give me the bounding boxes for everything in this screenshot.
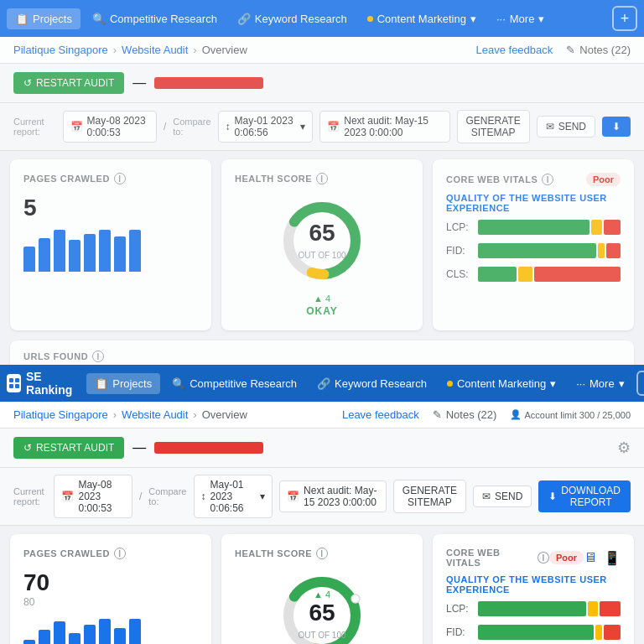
pages-info-main[interactable]: i: [114, 548, 126, 559]
donut-top: 65 OUT OF 100: [235, 195, 409, 287]
main-navbar: SE Ranking 📋 Projects 🔍 Competitive Rese…: [0, 365, 644, 402]
generate-sitemap-main[interactable]: GENERATE SITEMAP: [393, 480, 466, 513]
pages-crawled-card-main: PAGES CRAWLED i 70 80 0: [10, 534, 211, 644]
nav-competitive-main[interactable]: 🔍 Competitive Research: [164, 373, 305, 394]
svg-point-10: [351, 595, 360, 603]
nav-keyword-main[interactable]: 🔗 Keyword Research: [309, 373, 435, 394]
download-btn-main[interactable]: ⬇ DOWNLOAD REPORT: [538, 480, 631, 512]
lcp-row: LCP:: [446, 601, 621, 616]
nav-keyword[interactable]: 🔗 Keyword Research: [229, 8, 356, 29]
send-btn-main[interactable]: ✉ SEND: [473, 486, 532, 507]
bar-chart-main: [23, 615, 198, 644]
poor-badge-top: Poor: [586, 173, 621, 186]
compare-date-btn-top[interactable]: ↕ May-01 2023 0:06:56 ▾: [218, 111, 314, 143]
nav-projects-main[interactable]: 📋 Projects: [86, 373, 160, 394]
notes-top[interactable]: ✎ Notes (22): [566, 44, 631, 56]
fid-row: FID:: [446, 625, 621, 640]
brand-icon: [7, 374, 21, 392]
bar-chart-top: [23, 221, 198, 272]
vitals-chart-main: LCP: FID: CLS:: [446, 601, 621, 644]
nav-competitive[interactable]: 🔍 Competitive Research: [84, 8, 226, 29]
current-date-btn-main[interactable]: 📅 May-08 2023 0:00:53: [54, 475, 132, 518]
vitals-chart-top: LCP: FID: CLS:: [446, 220, 621, 282]
svg-rect-5: [9, 384, 13, 388]
compare-date-btn-main[interactable]: ↕ May-01 2023 0:06:56 ▾: [194, 475, 273, 518]
top-navbar: 📋 Projects 🔍 Competitive Research 🔗 Keyw…: [0, 0, 644, 37]
donut-main: ▲ 4 65 OUT OF 100: [235, 569, 409, 644]
pages-info-top[interactable]: i: [114, 173, 126, 184]
health-info-main[interactable]: i: [316, 548, 328, 559]
add-button[interactable]: +: [612, 6, 637, 31]
top-half-background: 📋 Projects 🔍 Competitive Research 🔗 Keyw…: [0, 0, 644, 365]
breadcrumb-site[interactable]: Pilatique Singapore: [13, 44, 108, 56]
nav-projects[interactable]: 📋 Projects: [7, 8, 80, 29]
nav-more[interactable]: ··· More ▾: [488, 8, 553, 29]
audit-name-redacted-main: [154, 442, 263, 454]
dashboard-main: PAGES CRAWLED i 70 80 0 HEALTH SCORE i: [0, 526, 644, 644]
svg-rect-3: [9, 378, 13, 382]
account-limit: 👤 Account limit 300 / 25,000: [510, 409, 631, 420]
notes-main[interactable]: ✎ Notes (22): [433, 408, 497, 421]
audit-name-redacted-top: [154, 77, 263, 89]
breadcrumb-page-main: Overview: [202, 408, 247, 421]
svg-rect-4: [15, 378, 19, 382]
next-audit-btn-main[interactable]: 📅 Next audit: May-15 2023 0:00:00: [279, 480, 387, 512]
brand: SE Ranking: [7, 370, 76, 397]
send-btn-top[interactable]: ✉ SEND: [537, 116, 595, 138]
report-row-main: Current report: 📅 May-08 2023 0:00:53 / …: [0, 468, 644, 526]
projects-icon: 📋: [15, 13, 29, 25]
download-btn-top[interactable]: ⬇: [602, 117, 631, 137]
leave-feedback-top[interactable]: Leave feedback: [476, 44, 553, 56]
pages-crawled-card-top: PAGES CRAWLED i 5: [10, 159, 211, 330]
poor-badge-main: Poor: [549, 551, 584, 564]
nav-content[interactable]: Content Marketing ▾: [359, 8, 485, 29]
health-info-top[interactable]: i: [316, 173, 328, 184]
cwv-card-top: CORE WEB VITALS i Poor QUALITY OF THE WE…: [433, 159, 634, 330]
bottom-half-main: SE Ranking 📋 Projects 🔍 Competitive Rese…: [0, 365, 644, 644]
cwv-card-main: CORE WEB VITALS i Poor 🖥 📱 QUALITY OF TH…: [433, 534, 634, 644]
audit-header-main: ↺ RESTART AUDIT — ⚙: [0, 428, 644, 468]
pages-value-top: 5: [23, 195, 198, 221]
breadcrumb-page: Overview: [202, 44, 247, 56]
pages-value-main: 70: [23, 569, 198, 596]
nav-content-main[interactable]: Content Marketing ▾: [439, 373, 564, 394]
cwv-info-main[interactable]: i: [538, 552, 548, 564]
current-date-btn-top[interactable]: 📅 May-08 2023 0:00:53: [63, 111, 157, 143]
mobile-icon[interactable]: 📱: [604, 550, 621, 566]
dashboard-top: PAGES CRAWLED i 5 HEALTH SCORE i: [0, 151, 644, 340]
competitive-icon: 🔍: [92, 13, 106, 25]
settings-icon-main[interactable]: ⚙: [617, 439, 631, 457]
pages-sub-main: 80: [23, 596, 198, 608]
keyword-icon-main: 🔗: [317, 377, 330, 390]
health-score-card-top: HEALTH SCORE i 65 OUT OF 100 ▲ 4 OKAY: [221, 159, 423, 330]
breadcrumb-main: Pilatique Singapore › Website Audit › Ov…: [0, 402, 644, 428]
add-button-main[interactable]: +: [636, 371, 644, 396]
restart-audit-btn-main[interactable]: ↺ RESTART AUDIT: [13, 437, 124, 459]
audit-header-top: ↺ RESTART AUDIT —: [0, 64, 644, 103]
cwv-info-top[interactable]: i: [542, 174, 553, 185]
next-audit-btn-top[interactable]: 📅 Next audit: May-15 2023 0:00:00: [319, 111, 449, 143]
breadcrumb-top: Pilatique Singapore › Website Audit › Ov…: [0, 37, 644, 64]
svg-rect-6: [15, 384, 19, 388]
health-score-card-main: HEALTH SCORE i ▲ 4 65 OUT OF 100 OKAY: [221, 534, 423, 644]
breadcrumb-site-main[interactable]: Pilatique Singapore: [13, 408, 108, 421]
breadcrumb-section[interactable]: Website Audit: [122, 44, 188, 56]
content-dot-main: [447, 381, 453, 387]
content-dot: [367, 16, 373, 22]
leave-feedback-main[interactable]: Leave feedback: [342, 408, 419, 421]
restart-audit-btn-top[interactable]: ↺ RESTART AUDIT: [13, 72, 124, 94]
competitive-icon-main: 🔍: [172, 377, 185, 390]
breadcrumb-section-main[interactable]: Website Audit: [122, 408, 188, 421]
projects-icon-main: 📋: [95, 377, 108, 390]
desktop-icon[interactable]: 🖥: [584, 550, 597, 566]
generate-sitemap-top[interactable]: GENERATE SITEMAP: [457, 110, 530, 143]
keyword-icon: 🔗: [237, 13, 251, 25]
report-row-top: Current report: 📅 May-08 2023 0:00:53 / …: [0, 103, 644, 151]
nav-more-main[interactable]: ··· More ▾: [568, 373, 632, 394]
